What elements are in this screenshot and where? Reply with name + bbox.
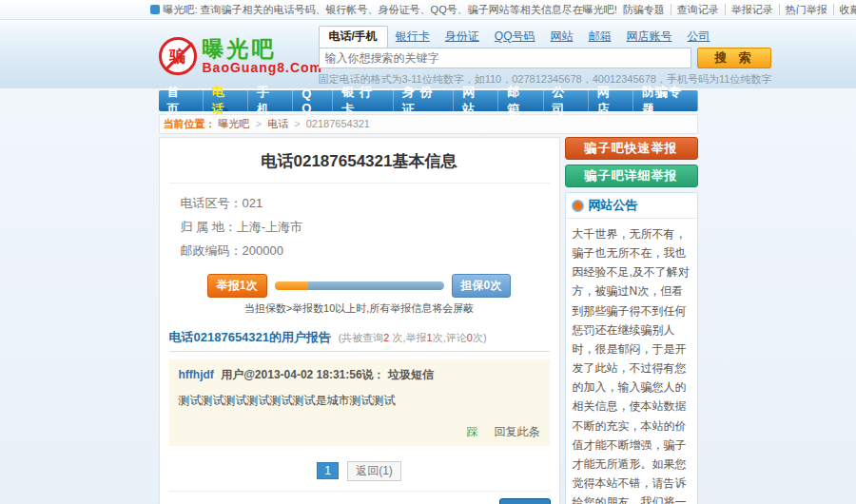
pagination: 1 返回(1) <box>160 454 559 491</box>
report-count-button[interactable]: 举报1次 <box>207 274 267 298</box>
main-content: 电话02187654321基本信息 电话区号：021 归 属 地：上海-上海市 … <box>159 137 560 504</box>
report-guarantee-meter <box>275 281 444 290</box>
site-logo[interactable]: 骗 曝光吧 BaoGuang8.Com <box>159 26 319 87</box>
no-scam-icon: 骗 <box>159 37 197 75</box>
site-notice: 曝光吧: 查询骗子相关的电话号码、银行帐号、身份证号、QQ号、骗子网站等相关信息… <box>164 3 617 17</box>
detail-report-button[interactable]: 骗子吧详细举报 <box>565 165 698 187</box>
meter-fill <box>275 281 309 290</box>
nav-anti-fraud[interactable]: 防骗专题 <box>633 90 697 111</box>
logo-en-text: BaoGuang8.Com <box>203 60 323 75</box>
main-nav: 首 页 电 话 手 机 Q Q 银 行 卡 身 份 证 网 站 邮 箱 公 司 … <box>159 90 698 111</box>
nav-mobile[interactable]: 手 机 <box>248 90 293 111</box>
tab-qq-number[interactable]: QQ号码 <box>495 29 535 45</box>
nav-bank-card[interactable]: 银 行 卡 <box>333 90 393 111</box>
tab-email[interactable]: 邮箱 <box>589 29 612 45</box>
nav-shop[interactable]: 网 店 <box>589 90 633 111</box>
link-bookmark-site[interactable]: 收藏本站 <box>834 4 856 15</box>
quick-report-button[interactable]: 骗子吧快速举报 <box>565 137 698 160</box>
top-utility-bar: 曝光吧: 查询骗子相关的电话号码、银行帐号、身份证号、QQ号、骗子网站等相关信息… <box>0 0 856 20</box>
comment-meta: 用户@2013-04-02 18:31:56说： <box>221 368 384 381</box>
search-input[interactable] <box>319 48 692 68</box>
user-report-stats: (共被查询2 次,举报1次,评论0次) <box>339 332 487 343</box>
nav-qq[interactable]: Q Q <box>293 90 333 111</box>
nav-email[interactable]: 邮 箱 <box>498 90 543 111</box>
report-meter-row: 举报1次 担保0次 <box>160 266 559 301</box>
tab-shop-account[interactable]: 网店账号 <box>627 29 672 45</box>
phone-info: 电话区号：021 归 属 地：上海-上海市 邮政编码：200000 <box>160 184 559 266</box>
search-button[interactable]: 搜 索 <box>697 48 771 68</box>
search-format-hint: 固定电话的格式为3-11位纯数字，如110，027812345678，40012… <box>319 72 772 87</box>
guarantee-count-button[interactable]: 担保0次 <box>452 274 512 298</box>
nav-home[interactable]: 首 页 <box>159 90 204 111</box>
search-panel: 电话/手机 银行卡 身份证 QQ号码 网站 邮箱 网店账号 公司 搜 索 固定电… <box>319 26 772 87</box>
nav-phone[interactable]: 电 话 <box>204 90 248 111</box>
user-report-heading: 电话02187654321的用户报告 <box>169 330 332 344</box>
comment-category-tag: 垃圾短信 <box>388 368 434 381</box>
comment-author[interactable]: hffhjdf <box>179 368 214 381</box>
bullet-icon <box>572 200 584 212</box>
info-location: 归 属 地：上海-上海市 <box>181 215 559 239</box>
page-number-current[interactable]: 1 <box>317 462 339 479</box>
nav-company[interactable]: 公 司 <box>544 90 589 111</box>
share-bar: + 分享到: 0 ↶ 发给好友来瞧瞧 <box>169 491 550 504</box>
tab-phone-active[interactable]: 电话/手机 <box>319 26 388 48</box>
search-tabs: 电话/手机 银行卡 身份证 QQ号码 网站 邮箱 网店账号 公司 <box>319 28 772 48</box>
send-to-friends-button[interactable]: ↶ 发给好友来瞧瞧 <box>499 498 551 504</box>
tab-bank-card[interactable]: 银行卡 <box>396 29 430 45</box>
link-query-history[interactable]: 查询记录 <box>671 4 726 15</box>
breadcrumb-label: 当前位置： <box>164 118 216 129</box>
info-postcode: 邮政编码：200000 <box>181 239 559 262</box>
link-report-history[interactable]: 举报记录 <box>726 4 780 15</box>
user-comment-card: hffhjdf 用户@2013-04-02 18:31:56说： 垃圾短信 测试… <box>169 359 550 446</box>
info-area-code: 电话区号：021 <box>181 191 559 215</box>
user-report-section-head: 电话02187654321的用户报告 (共被查询2 次,举报1次,评论0次) <box>169 323 550 352</box>
link-fraud-topics[interactable]: 防骗专题 <box>617 4 671 15</box>
site-notice-panel: 网站公告 大千世界，无所不有，骗子也无所不在，我也因经验不足,及不了解对方，被骗… <box>565 192 698 504</box>
nav-website[interactable]: 网 站 <box>454 90 498 111</box>
main-nav-wrap: 首 页 电 话 手 机 Q Q 银 行 卡 身 份 证 网 站 邮 箱 公 司 … <box>159 90 698 111</box>
megaphone-icon <box>150 5 160 14</box>
page-title: 电话02187654321基本信息 <box>169 138 550 184</box>
nav-id-card[interactable]: 身 份 证 <box>394 90 454 111</box>
reply-link[interactable]: 回复此条 <box>495 425 540 438</box>
notice-panel-title: 网站公告 <box>589 197 638 214</box>
tab-id-card[interactable]: 身份证 <box>445 29 479 45</box>
tab-company[interactable]: 公司 <box>688 29 710 45</box>
breadcrumb-category[interactable]: 电话 <box>267 118 288 129</box>
tab-website[interactable]: 网站 <box>551 29 574 45</box>
breadcrumb-number: 02187654321 <box>306 118 370 129</box>
link-hot-reports[interactable]: 热门举报 <box>780 4 834 15</box>
downvote-link[interactable]: 踩 <box>466 425 477 438</box>
comment-body: 测试测试测试测试测试测试是城市测试测试 <box>179 393 540 409</box>
site-header: 骗 曝光吧 BaoGuang8.Com 电话/手机 银行卡 身份证 QQ号码 网… <box>0 20 856 88</box>
page-back-button[interactable]: 返回(1) <box>347 461 401 481</box>
notice-panel-body: 大千世界，无所不有，骗子也无所不在，我也因经验不足,及不了解对方，被骗过N次，但… <box>566 219 697 504</box>
breadcrumb-site[interactable]: 曝光吧 <box>219 118 250 129</box>
meter-note: 当担保数>举报数10以上时,所有举报信息将会屏蔽 <box>160 301 559 321</box>
right-sidebar: 骗子吧快速举报 骗子吧详细举报 网站公告 大千世界，无所不有，骗子也无所不在，我… <box>565 137 698 504</box>
topbar-links: 防骗专题查询记录举报记录热门举报收藏本站联系我们 <box>617 3 856 17</box>
logo-cn-text: 曝光吧 <box>203 37 323 60</box>
